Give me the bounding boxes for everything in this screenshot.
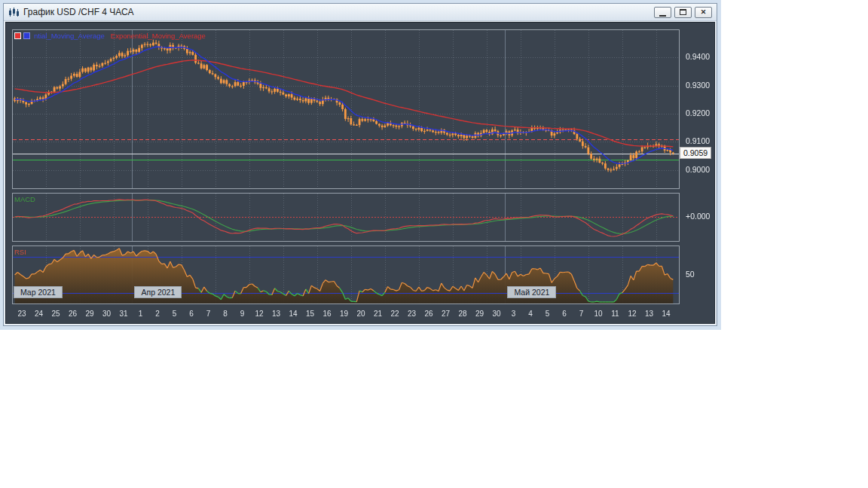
chart-window: График USD /CHF 4 ЧАСА ✕ ntial_Moving_Av… <box>3 3 717 326</box>
current-price-tag: 0.9059 <box>680 147 711 159</box>
time-axis-label: 31 <box>119 310 127 318</box>
page-background: График USD /CHF 4 ЧАСА ✕ ntial_Moving_Av… <box>0 0 868 488</box>
close-button[interactable]: ✕ <box>695 7 712 18</box>
time-axis-label: 4 <box>528 310 533 318</box>
ema-fast-legend-label: ntial_Moving_Average <box>34 32 105 40</box>
time-axis-label: 28 <box>458 310 466 318</box>
time-axis-label: 26 <box>424 310 432 318</box>
ema-slow-legend-label: Exponential_Moving_Average <box>111 32 206 40</box>
time-axis-label: 22 <box>390 310 399 318</box>
price-axis-label: 0.9300 <box>686 81 710 90</box>
rsi-panel <box>12 246 680 304</box>
time-axis-label: 21 <box>374 310 382 318</box>
legend-red-swatch-icon <box>14 32 21 39</box>
time-axis-label: 6 <box>562 310 567 318</box>
time-axis-label: 3 <box>512 310 516 318</box>
time-axis-label: 8 <box>223 310 228 318</box>
price-panel <box>12 29 680 189</box>
macd-panel <box>12 193 680 242</box>
chart-client-area: ntial_Moving_Average Exponential_Moving_… <box>5 22 715 324</box>
price-axis-label: 0.9400 <box>686 52 710 61</box>
indicator-legend: ntial_Moving_Average Exponential_Moving_… <box>14 32 206 40</box>
rsi-mid-label: 50 <box>686 270 695 279</box>
time-axis-label: 30 <box>102 310 111 318</box>
time-axis-label: 7 <box>206 310 211 318</box>
time-axis-label: 7 <box>579 310 584 318</box>
time-axis-label: 26 <box>69 310 77 318</box>
time-axis-label: 10 <box>594 310 602 318</box>
minimize-button[interactable] <box>654 7 671 18</box>
time-axis-label: 16 <box>322 310 331 318</box>
window-titlebar[interactable]: График USD /CHF 4 ЧАСА ✕ <box>4 4 717 21</box>
time-axis-label: 2 <box>155 310 160 318</box>
time-axis-label: 5 <box>546 310 550 318</box>
desktop-background: График USD /CHF 4 ЧАСА ✕ ntial_Moving_Av… <box>0 0 721 330</box>
time-axis-label: 12 <box>628 310 636 318</box>
minimize-icon <box>659 11 666 17</box>
price-axis-label: 0.9100 <box>686 136 710 145</box>
time-axis-label: 24 <box>35 310 43 318</box>
time-axis-label: 13 <box>645 310 653 318</box>
macd-panel-label: MACD <box>14 195 35 203</box>
time-axis-label: 5 <box>173 310 177 318</box>
rsi-panel-label: RSI <box>14 248 26 256</box>
time-axis-label: 29 <box>85 310 93 318</box>
time-axis-label: 27 <box>442 310 450 318</box>
chart-window-icon <box>8 8 20 17</box>
time-axis-label: 25 <box>51 310 60 318</box>
month-label: Май 2021 <box>507 286 556 298</box>
time-axis-label: 14 <box>289 310 297 318</box>
restore-icon <box>680 9 686 15</box>
time-axis-label: 12 <box>255 310 263 318</box>
legend-blue-swatch-icon <box>23 32 30 39</box>
window-controls: ✕ <box>654 7 712 18</box>
time-axis-label: 20 <box>356 310 365 318</box>
month-label: Мар 2021 <box>14 286 63 298</box>
time-axis-label: 11 <box>611 310 619 318</box>
time-axis-label: 1 <box>139 310 143 318</box>
close-icon: ✕ <box>701 9 707 16</box>
time-axis-label: 30 <box>492 310 500 318</box>
time-axis-label: 15 <box>306 310 314 318</box>
window-title: График USD /CHF 4 ЧАСА <box>23 7 654 17</box>
time-axis-label: 14 <box>662 310 670 318</box>
time-axis-label: 19 <box>340 310 348 318</box>
month-label: Апр 2021 <box>134 286 182 298</box>
time-axis-label: 9 <box>240 310 245 318</box>
price-axis-label: 0.9200 <box>686 108 710 117</box>
time-axis-label: 6 <box>189 310 194 318</box>
price-axis-label: 0.9000 <box>686 165 710 174</box>
time-axis-label: 23 <box>17 310 26 318</box>
restore-button[interactable] <box>674 7 692 18</box>
macd-zero-label: +0.000 <box>686 212 710 221</box>
time-axis-label: 13 <box>272 310 280 318</box>
time-axis-label: 23 <box>408 310 416 318</box>
time-axis-label: 29 <box>475 310 484 318</box>
